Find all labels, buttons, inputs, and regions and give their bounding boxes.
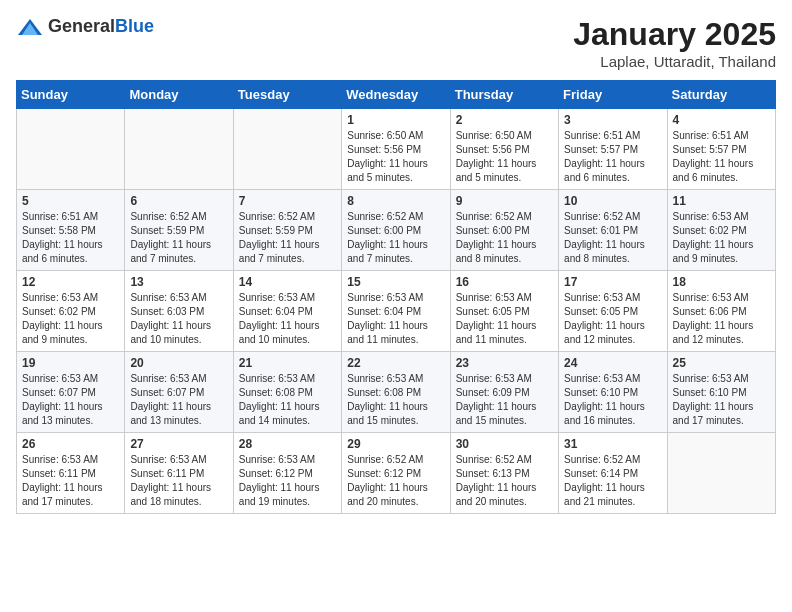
calendar-header: SundayMondayTuesdayWednesdayThursdayFrid… [17,81,776,109]
day-number: 11 [673,194,770,208]
day-detail: Sunrise: 6:53 AMSunset: 6:08 PMDaylight:… [239,372,336,428]
weekday-header-row: SundayMondayTuesdayWednesdayThursdayFrid… [17,81,776,109]
day-number: 12 [22,275,119,289]
calendar-cell: 31Sunrise: 6:52 AMSunset: 6:14 PMDayligh… [559,433,667,514]
day-number: 8 [347,194,444,208]
day-number: 23 [456,356,553,370]
calendar-cell: 11Sunrise: 6:53 AMSunset: 6:02 PMDayligh… [667,190,775,271]
day-detail: Sunrise: 6:53 AMSunset: 6:02 PMDaylight:… [673,210,770,266]
day-detail: Sunrise: 6:53 AMSunset: 6:08 PMDaylight:… [347,372,444,428]
calendar-cell: 12Sunrise: 6:53 AMSunset: 6:02 PMDayligh… [17,271,125,352]
day-detail: Sunrise: 6:51 AMSunset: 5:58 PMDaylight:… [22,210,119,266]
calendar: SundayMondayTuesdayWednesdayThursdayFrid… [16,80,776,514]
calendar-cell: 30Sunrise: 6:52 AMSunset: 6:13 PMDayligh… [450,433,558,514]
calendar-cell: 9Sunrise: 6:52 AMSunset: 6:00 PMDaylight… [450,190,558,271]
calendar-cell: 16Sunrise: 6:53 AMSunset: 6:05 PMDayligh… [450,271,558,352]
day-detail: Sunrise: 6:51 AMSunset: 5:57 PMDaylight:… [673,129,770,185]
day-number: 30 [456,437,553,451]
calendar-cell [17,109,125,190]
day-number: 4 [673,113,770,127]
logo: GeneralBlue [16,16,154,37]
day-detail: Sunrise: 6:53 AMSunset: 6:06 PMDaylight:… [673,291,770,347]
day-detail: Sunrise: 6:53 AMSunset: 6:09 PMDaylight:… [456,372,553,428]
calendar-cell: 21Sunrise: 6:53 AMSunset: 6:08 PMDayligh… [233,352,341,433]
day-number: 29 [347,437,444,451]
calendar-cell: 27Sunrise: 6:53 AMSunset: 6:11 PMDayligh… [125,433,233,514]
calendar-cell: 26Sunrise: 6:53 AMSunset: 6:11 PMDayligh… [17,433,125,514]
day-detail: Sunrise: 6:52 AMSunset: 6:00 PMDaylight:… [347,210,444,266]
day-number: 7 [239,194,336,208]
day-detail: Sunrise: 6:53 AMSunset: 6:05 PMDaylight:… [456,291,553,347]
day-number: 18 [673,275,770,289]
day-number: 20 [130,356,227,370]
month-title: January 2025 [573,16,776,53]
weekday-header-saturday: Saturday [667,81,775,109]
day-detail: Sunrise: 6:53 AMSunset: 6:03 PMDaylight:… [130,291,227,347]
day-detail: Sunrise: 6:53 AMSunset: 6:11 PMDaylight:… [22,453,119,509]
calendar-cell: 24Sunrise: 6:53 AMSunset: 6:10 PMDayligh… [559,352,667,433]
calendar-cell: 28Sunrise: 6:53 AMSunset: 6:12 PMDayligh… [233,433,341,514]
logo-icon [16,17,44,37]
day-detail: Sunrise: 6:53 AMSunset: 6:10 PMDaylight:… [564,372,661,428]
day-detail: Sunrise: 6:52 AMSunset: 5:59 PMDaylight:… [130,210,227,266]
day-number: 9 [456,194,553,208]
location-title: Laplae, Uttaradit, Thailand [573,53,776,70]
day-detail: Sunrise: 6:53 AMSunset: 6:04 PMDaylight:… [239,291,336,347]
calendar-cell: 2Sunrise: 6:50 AMSunset: 5:56 PMDaylight… [450,109,558,190]
day-detail: Sunrise: 6:53 AMSunset: 6:10 PMDaylight:… [673,372,770,428]
day-detail: Sunrise: 6:52 AMSunset: 6:13 PMDaylight:… [456,453,553,509]
day-detail: Sunrise: 6:53 AMSunset: 6:04 PMDaylight:… [347,291,444,347]
day-detail: Sunrise: 6:52 AMSunset: 6:12 PMDaylight:… [347,453,444,509]
day-detail: Sunrise: 6:53 AMSunset: 6:07 PMDaylight:… [22,372,119,428]
logo-text: GeneralBlue [48,16,154,37]
calendar-cell: 15Sunrise: 6:53 AMSunset: 6:04 PMDayligh… [342,271,450,352]
day-detail: Sunrise: 6:53 AMSunset: 6:12 PMDaylight:… [239,453,336,509]
day-number: 28 [239,437,336,451]
calendar-week-5: 26Sunrise: 6:53 AMSunset: 6:11 PMDayligh… [17,433,776,514]
calendar-cell: 20Sunrise: 6:53 AMSunset: 6:07 PMDayligh… [125,352,233,433]
day-detail: Sunrise: 6:53 AMSunset: 6:07 PMDaylight:… [130,372,227,428]
day-number: 6 [130,194,227,208]
weekday-header-monday: Monday [125,81,233,109]
logo-blue: Blue [115,16,154,36]
day-number: 13 [130,275,227,289]
calendar-cell: 14Sunrise: 6:53 AMSunset: 6:04 PMDayligh… [233,271,341,352]
calendar-cell: 29Sunrise: 6:52 AMSunset: 6:12 PMDayligh… [342,433,450,514]
weekday-header-tuesday: Tuesday [233,81,341,109]
day-number: 22 [347,356,444,370]
weekday-header-sunday: Sunday [17,81,125,109]
calendar-week-3: 12Sunrise: 6:53 AMSunset: 6:02 PMDayligh… [17,271,776,352]
day-detail: Sunrise: 6:50 AMSunset: 5:56 PMDaylight:… [456,129,553,185]
day-detail: Sunrise: 6:53 AMSunset: 6:11 PMDaylight:… [130,453,227,509]
weekday-header-friday: Friday [559,81,667,109]
day-number: 15 [347,275,444,289]
day-number: 3 [564,113,661,127]
day-number: 19 [22,356,119,370]
day-number: 17 [564,275,661,289]
day-number: 1 [347,113,444,127]
day-detail: Sunrise: 6:53 AMSunset: 6:02 PMDaylight:… [22,291,119,347]
day-number: 27 [130,437,227,451]
day-number: 14 [239,275,336,289]
day-number: 31 [564,437,661,451]
calendar-cell: 7Sunrise: 6:52 AMSunset: 5:59 PMDaylight… [233,190,341,271]
weekday-header-thursday: Thursday [450,81,558,109]
calendar-cell: 13Sunrise: 6:53 AMSunset: 6:03 PMDayligh… [125,271,233,352]
calendar-week-2: 5Sunrise: 6:51 AMSunset: 5:58 PMDaylight… [17,190,776,271]
day-number: 24 [564,356,661,370]
day-number: 5 [22,194,119,208]
calendar-cell: 18Sunrise: 6:53 AMSunset: 6:06 PMDayligh… [667,271,775,352]
day-detail: Sunrise: 6:52 AMSunset: 6:01 PMDaylight:… [564,210,661,266]
day-detail: Sunrise: 6:51 AMSunset: 5:57 PMDaylight:… [564,129,661,185]
calendar-week-4: 19Sunrise: 6:53 AMSunset: 6:07 PMDayligh… [17,352,776,433]
day-number: 10 [564,194,661,208]
calendar-cell: 5Sunrise: 6:51 AMSunset: 5:58 PMDaylight… [17,190,125,271]
day-number: 21 [239,356,336,370]
day-detail: Sunrise: 6:52 AMSunset: 5:59 PMDaylight:… [239,210,336,266]
calendar-cell: 19Sunrise: 6:53 AMSunset: 6:07 PMDayligh… [17,352,125,433]
day-detail: Sunrise: 6:53 AMSunset: 6:05 PMDaylight:… [564,291,661,347]
calendar-cell: 23Sunrise: 6:53 AMSunset: 6:09 PMDayligh… [450,352,558,433]
calendar-cell [125,109,233,190]
title-area: January 2025 Laplae, Uttaradit, Thailand [573,16,776,70]
weekday-header-wednesday: Wednesday [342,81,450,109]
